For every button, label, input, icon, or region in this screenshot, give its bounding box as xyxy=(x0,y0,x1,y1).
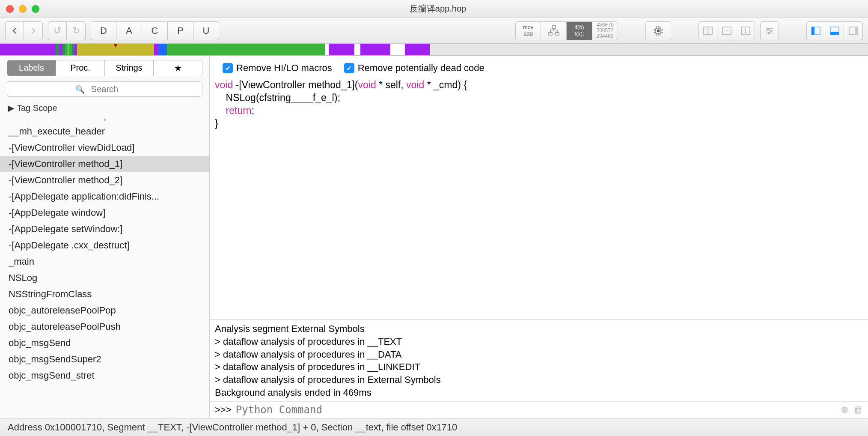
nav-segment[interactable] xyxy=(167,44,325,55)
settings-button[interactable] xyxy=(760,21,779,40)
nav-segment[interactable] xyxy=(158,44,167,55)
nav-segment[interactable] xyxy=(154,44,158,55)
list-item[interactable]: objc_autoreleasePoolPop xyxy=(0,302,209,319)
check-icon: ✓ xyxy=(344,63,354,73)
list-item[interactable]: objc_msgSendSuper2 xyxy=(0,351,209,367)
nav-segment[interactable] xyxy=(77,44,154,55)
mode-segmented: DACPU xyxy=(91,21,219,40)
mode-u-button[interactable]: U xyxy=(193,21,219,40)
svg-text:1: 1 xyxy=(744,29,747,33)
layout-split-button[interactable] xyxy=(717,21,736,40)
tag-scope-disclosure[interactable]: ▶ Tag Scope xyxy=(0,100,209,116)
nav-forward-button[interactable] xyxy=(24,21,43,40)
code-view[interactable]: void -[ViewController method_1](void * s… xyxy=(210,77,868,320)
remove-dead-checkbox[interactable]: ✓ Remove potentially dead code xyxy=(344,63,485,74)
list-item[interactable]: -[AppDelegate .cxx_destruct] xyxy=(0,237,209,254)
console-input[interactable] xyxy=(236,404,836,416)
toggle-left-panel-button[interactable] xyxy=(806,21,825,40)
svg-rect-32 xyxy=(812,27,814,35)
mode-c-button[interactable]: C xyxy=(142,21,168,40)
list-item[interactable]: -[AppDelegate window] xyxy=(0,205,209,221)
redo-button[interactable]: ↻ xyxy=(67,21,86,40)
list-item[interactable]: objc_msgSend_stret xyxy=(0,367,209,384)
trash-icon[interactable]: 🗑 xyxy=(853,403,863,416)
pseudo-mode-button[interactable]: if(b)f(x); xyxy=(567,21,592,40)
sidebar-tab-3[interactable]: ★ xyxy=(154,60,202,76)
svg-rect-0 xyxy=(552,26,556,28)
cpu-icon xyxy=(653,25,664,36)
layout-col-button[interactable] xyxy=(699,21,717,40)
status-text: Address 0x100001710, Segment __TEXT, -[V… xyxy=(8,422,457,433)
list-item[interactable]: -[ViewController method_1] xyxy=(0,156,209,172)
mode-d-button[interactable]: D xyxy=(91,21,116,40)
toolbar: ↺ ↻ DACPU movadd if(b)f(x); 486F70706572… xyxy=(0,18,868,44)
console-input-row: >>> ⊗ 🗑 xyxy=(210,401,868,418)
traffic-lights xyxy=(6,5,39,13)
nav-segment[interactable] xyxy=(360,44,390,55)
nav-segment[interactable] xyxy=(325,44,329,55)
clear-console-icon[interactable]: ⊗ xyxy=(841,403,848,416)
mode-p-button[interactable]: P xyxy=(168,21,193,40)
svg-point-26 xyxy=(767,28,769,30)
nav-back-button[interactable] xyxy=(5,21,24,40)
list-item[interactable]: -[ViewController viewDidLoad] xyxy=(0,140,209,156)
main-panel: ✓ Remove HI/LO macros ✓ Remove potential… xyxy=(210,56,868,418)
list-item[interactable]: -[AppDelegate setWindow:] xyxy=(0,221,209,237)
svg-rect-1 xyxy=(549,33,552,35)
undo-button[interactable]: ↺ xyxy=(48,21,67,40)
nav-segment[interactable] xyxy=(390,44,405,55)
remove-hilo-label: Remove HI/LO macros xyxy=(236,63,332,74)
toggle-bottom-panel-button[interactable] xyxy=(825,21,844,40)
debugger-button[interactable] xyxy=(645,21,671,40)
zoom-button[interactable] xyxy=(32,5,39,13)
flowchart-icon xyxy=(548,25,560,37)
sidebar-tab-2[interactable]: Strings xyxy=(105,60,154,76)
cfg-mode-button[interactable] xyxy=(541,21,567,40)
sidebar-tab-0[interactable]: Labels xyxy=(7,60,56,76)
panel-left-icon xyxy=(811,27,820,35)
close-button[interactable] xyxy=(6,5,14,13)
list-spacer: ● xyxy=(0,116,209,123)
sidebar-tab-1[interactable]: Proc. xyxy=(56,60,105,76)
sidebar-tabs: LabelsProc.Strings★ xyxy=(7,60,202,76)
list-item[interactable]: -[ViewController method_2] xyxy=(0,172,209,188)
nav-segment[interactable] xyxy=(405,44,430,55)
nav-segment[interactable] xyxy=(59,44,62,55)
chevron-right-icon: ▶ xyxy=(8,103,14,113)
split-icon xyxy=(722,27,731,35)
list-item[interactable]: objc_autoreleasePoolPush xyxy=(0,319,209,335)
svg-rect-34 xyxy=(830,32,839,35)
minimize-button[interactable] xyxy=(19,5,27,13)
nav-segment[interactable] xyxy=(0,44,56,55)
layout-single-button[interactable]: 1 xyxy=(736,21,755,40)
nav-segment[interactable] xyxy=(329,44,354,55)
nav-segment[interactable] xyxy=(56,44,59,55)
list-item[interactable]: NSStringFromClass xyxy=(0,286,209,302)
nav-segment[interactable] xyxy=(354,44,360,55)
asm-mode-button[interactable]: movadd xyxy=(515,21,541,40)
nav-segment[interactable] xyxy=(430,44,868,55)
search-input[interactable] xyxy=(7,81,202,97)
toggle-right-panel-button[interactable] xyxy=(844,21,863,40)
tag-scope-label: Tag Scope xyxy=(17,103,57,113)
list-item[interactable]: __mh_execute_header xyxy=(0,123,209,140)
decompile-options: ✓ Remove HI/LO macros ✓ Remove potential… xyxy=(210,56,868,77)
sliders-icon xyxy=(765,27,774,35)
list-item[interactable]: NSLog xyxy=(0,270,209,286)
mode-a-button[interactable]: A xyxy=(116,21,142,40)
console-panel: Analysis segment External Symbols > data… xyxy=(210,320,868,418)
labels-list[interactable]: __mh_execute_header-[ViewController view… xyxy=(0,123,209,418)
list-item[interactable]: -[AppDelegate application:didFinis... xyxy=(0,188,209,205)
titlebar: 反编译app.hop xyxy=(0,0,868,18)
console-log[interactable]: Analysis segment External Symbols > data… xyxy=(210,320,868,401)
list-item[interactable]: objc_msgSend xyxy=(0,335,209,351)
navigation-strip[interactable] xyxy=(0,44,868,56)
remove-hilo-checkbox[interactable]: ✓ Remove HI/LO macros xyxy=(223,63,332,74)
columns-icon xyxy=(703,27,713,35)
single-icon: 1 xyxy=(741,27,750,35)
svg-point-30 xyxy=(768,32,770,34)
console-prompt: >>> xyxy=(215,403,232,416)
remove-dead-label: Remove potentially dead code xyxy=(358,63,485,74)
list-item[interactable]: _main xyxy=(0,254,209,270)
hex-mode-button[interactable]: 486F70706572204469 xyxy=(592,21,618,40)
